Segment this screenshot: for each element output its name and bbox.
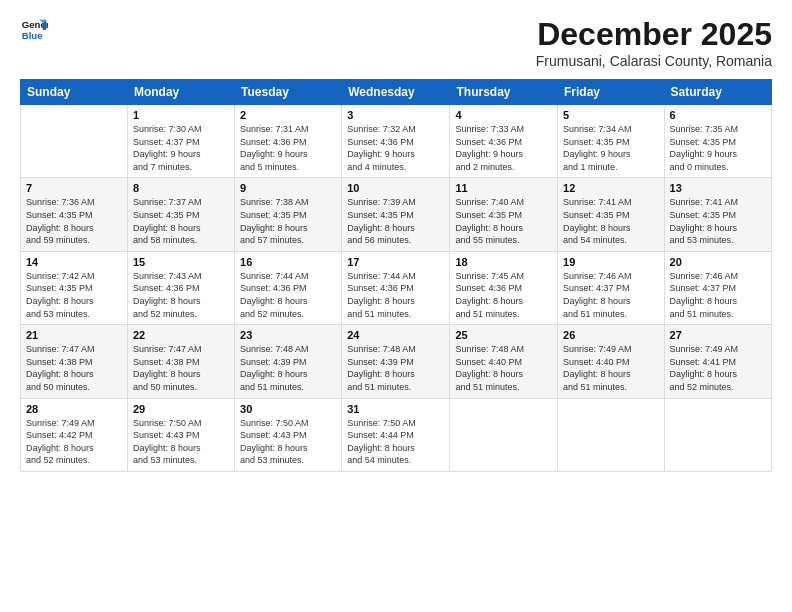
- calendar-cell: 25Sunrise: 7:48 AM Sunset: 4:40 PM Dayli…: [450, 325, 558, 398]
- day-info: Sunrise: 7:50 AM Sunset: 4:43 PM Dayligh…: [133, 417, 229, 467]
- calendar-cell: 3Sunrise: 7:32 AM Sunset: 4:36 PM Daylig…: [342, 105, 450, 178]
- day-info: Sunrise: 7:30 AM Sunset: 4:37 PM Dayligh…: [133, 123, 229, 173]
- svg-text:Blue: Blue: [22, 30, 43, 41]
- day-info: Sunrise: 7:43 AM Sunset: 4:36 PM Dayligh…: [133, 270, 229, 320]
- day-info: Sunrise: 7:35 AM Sunset: 4:35 PM Dayligh…: [670, 123, 766, 173]
- calendar-cell: 10Sunrise: 7:39 AM Sunset: 4:35 PM Dayli…: [342, 178, 450, 251]
- day-number: 18: [455, 256, 552, 268]
- day-info: Sunrise: 7:48 AM Sunset: 4:39 PM Dayligh…: [240, 343, 336, 393]
- day-info: Sunrise: 7:45 AM Sunset: 4:36 PM Dayligh…: [455, 270, 552, 320]
- day-info: Sunrise: 7:41 AM Sunset: 4:35 PM Dayligh…: [563, 196, 659, 246]
- calendar-week-row: 21Sunrise: 7:47 AM Sunset: 4:38 PM Dayli…: [21, 325, 772, 398]
- calendar-cell: 31Sunrise: 7:50 AM Sunset: 4:44 PM Dayli…: [342, 398, 450, 471]
- day-number: 9: [240, 182, 336, 194]
- calendar-cell: 7Sunrise: 7:36 AM Sunset: 4:35 PM Daylig…: [21, 178, 128, 251]
- calendar-cell: 12Sunrise: 7:41 AM Sunset: 4:35 PM Dayli…: [558, 178, 665, 251]
- day-info: Sunrise: 7:41 AM Sunset: 4:35 PM Dayligh…: [670, 196, 766, 246]
- day-info: Sunrise: 7:34 AM Sunset: 4:35 PM Dayligh…: [563, 123, 659, 173]
- calendar-cell: 27Sunrise: 7:49 AM Sunset: 4:41 PM Dayli…: [664, 325, 771, 398]
- calendar-cell: 14Sunrise: 7:42 AM Sunset: 4:35 PM Dayli…: [21, 251, 128, 324]
- day-number: 31: [347, 403, 444, 415]
- day-number: 17: [347, 256, 444, 268]
- day-info: Sunrise: 7:46 AM Sunset: 4:37 PM Dayligh…: [670, 270, 766, 320]
- calendar-cell: 20Sunrise: 7:46 AM Sunset: 4:37 PM Dayli…: [664, 251, 771, 324]
- day-number: 1: [133, 109, 229, 121]
- day-number: 28: [26, 403, 122, 415]
- calendar-cell: 18Sunrise: 7:45 AM Sunset: 4:36 PM Dayli…: [450, 251, 558, 324]
- day-info: Sunrise: 7:38 AM Sunset: 4:35 PM Dayligh…: [240, 196, 336, 246]
- day-number: 7: [26, 182, 122, 194]
- day-info: Sunrise: 7:46 AM Sunset: 4:37 PM Dayligh…: [563, 270, 659, 320]
- day-number: 12: [563, 182, 659, 194]
- day-info: Sunrise: 7:47 AM Sunset: 4:38 PM Dayligh…: [133, 343, 229, 393]
- day-info: Sunrise: 7:32 AM Sunset: 4:36 PM Dayligh…: [347, 123, 444, 173]
- day-number: 19: [563, 256, 659, 268]
- calendar-cell: [450, 398, 558, 471]
- calendar-header-row: SundayMondayTuesdayWednesdayThursdayFrid…: [21, 80, 772, 105]
- day-number: 10: [347, 182, 444, 194]
- day-number: 15: [133, 256, 229, 268]
- calendar-cell: 23Sunrise: 7:48 AM Sunset: 4:39 PM Dayli…: [235, 325, 342, 398]
- calendar-cell: 26Sunrise: 7:49 AM Sunset: 4:40 PM Dayli…: [558, 325, 665, 398]
- day-info: Sunrise: 7:48 AM Sunset: 4:40 PM Dayligh…: [455, 343, 552, 393]
- calendar-cell: [558, 398, 665, 471]
- calendar-header-friday: Friday: [558, 80, 665, 105]
- calendar-cell: 13Sunrise: 7:41 AM Sunset: 4:35 PM Dayli…: [664, 178, 771, 251]
- calendar-week-row: 14Sunrise: 7:42 AM Sunset: 4:35 PM Dayli…: [21, 251, 772, 324]
- calendar-cell: 9Sunrise: 7:38 AM Sunset: 4:35 PM Daylig…: [235, 178, 342, 251]
- calendar-cell: 11Sunrise: 7:40 AM Sunset: 4:35 PM Dayli…: [450, 178, 558, 251]
- calendar-cell: [21, 105, 128, 178]
- calendar-cell: 28Sunrise: 7:49 AM Sunset: 4:42 PM Dayli…: [21, 398, 128, 471]
- day-number: 16: [240, 256, 336, 268]
- title-block: December 2025 Frumusani, Calarasi County…: [536, 16, 772, 69]
- day-number: 21: [26, 329, 122, 341]
- day-number: 8: [133, 182, 229, 194]
- calendar-cell: 17Sunrise: 7:44 AM Sunset: 4:36 PM Dayli…: [342, 251, 450, 324]
- calendar-header-tuesday: Tuesday: [235, 80, 342, 105]
- day-number: 23: [240, 329, 336, 341]
- calendar-header-saturday: Saturday: [664, 80, 771, 105]
- day-info: Sunrise: 7:49 AM Sunset: 4:41 PM Dayligh…: [670, 343, 766, 393]
- calendar-cell: 4Sunrise: 7:33 AM Sunset: 4:36 PM Daylig…: [450, 105, 558, 178]
- day-info: Sunrise: 7:33 AM Sunset: 4:36 PM Dayligh…: [455, 123, 552, 173]
- day-info: Sunrise: 7:49 AM Sunset: 4:42 PM Dayligh…: [26, 417, 122, 467]
- day-info: Sunrise: 7:40 AM Sunset: 4:35 PM Dayligh…: [455, 196, 552, 246]
- calendar-week-row: 7Sunrise: 7:36 AM Sunset: 4:35 PM Daylig…: [21, 178, 772, 251]
- calendar-cell: 6Sunrise: 7:35 AM Sunset: 4:35 PM Daylig…: [664, 105, 771, 178]
- day-info: Sunrise: 7:47 AM Sunset: 4:38 PM Dayligh…: [26, 343, 122, 393]
- day-number: 27: [670, 329, 766, 341]
- calendar-header-sunday: Sunday: [21, 80, 128, 105]
- day-info: Sunrise: 7:36 AM Sunset: 4:35 PM Dayligh…: [26, 196, 122, 246]
- logo: General Blue: [20, 16, 48, 44]
- day-number: 24: [347, 329, 444, 341]
- day-info: Sunrise: 7:49 AM Sunset: 4:40 PM Dayligh…: [563, 343, 659, 393]
- day-number: 25: [455, 329, 552, 341]
- calendar-header-thursday: Thursday: [450, 80, 558, 105]
- calendar-cell: 1Sunrise: 7:30 AM Sunset: 4:37 PM Daylig…: [127, 105, 234, 178]
- calendar-cell: 16Sunrise: 7:44 AM Sunset: 4:36 PM Dayli…: [235, 251, 342, 324]
- day-number: 3: [347, 109, 444, 121]
- calendar-cell: 21Sunrise: 7:47 AM Sunset: 4:38 PM Dayli…: [21, 325, 128, 398]
- page: General Blue December 2025 Frumusani, Ca…: [0, 0, 792, 612]
- month-title: December 2025: [536, 16, 772, 53]
- day-info: Sunrise: 7:39 AM Sunset: 4:35 PM Dayligh…: [347, 196, 444, 246]
- logo-icon: General Blue: [20, 16, 48, 44]
- day-number: 4: [455, 109, 552, 121]
- day-number: 2: [240, 109, 336, 121]
- day-info: Sunrise: 7:44 AM Sunset: 4:36 PM Dayligh…: [240, 270, 336, 320]
- day-info: Sunrise: 7:42 AM Sunset: 4:35 PM Dayligh…: [26, 270, 122, 320]
- day-info: Sunrise: 7:44 AM Sunset: 4:36 PM Dayligh…: [347, 270, 444, 320]
- calendar-table: SundayMondayTuesdayWednesdayThursdayFrid…: [20, 79, 772, 472]
- day-info: Sunrise: 7:48 AM Sunset: 4:39 PM Dayligh…: [347, 343, 444, 393]
- calendar-cell: 5Sunrise: 7:34 AM Sunset: 4:35 PM Daylig…: [558, 105, 665, 178]
- calendar-week-row: 1Sunrise: 7:30 AM Sunset: 4:37 PM Daylig…: [21, 105, 772, 178]
- day-number: 29: [133, 403, 229, 415]
- day-number: 11: [455, 182, 552, 194]
- calendar-cell: 19Sunrise: 7:46 AM Sunset: 4:37 PM Dayli…: [558, 251, 665, 324]
- day-number: 14: [26, 256, 122, 268]
- subtitle: Frumusani, Calarasi County, Romania: [536, 53, 772, 69]
- calendar-header-wednesday: Wednesday: [342, 80, 450, 105]
- calendar-cell: 15Sunrise: 7:43 AM Sunset: 4:36 PM Dayli…: [127, 251, 234, 324]
- calendar-header-monday: Monday: [127, 80, 234, 105]
- calendar-cell: 30Sunrise: 7:50 AM Sunset: 4:43 PM Dayli…: [235, 398, 342, 471]
